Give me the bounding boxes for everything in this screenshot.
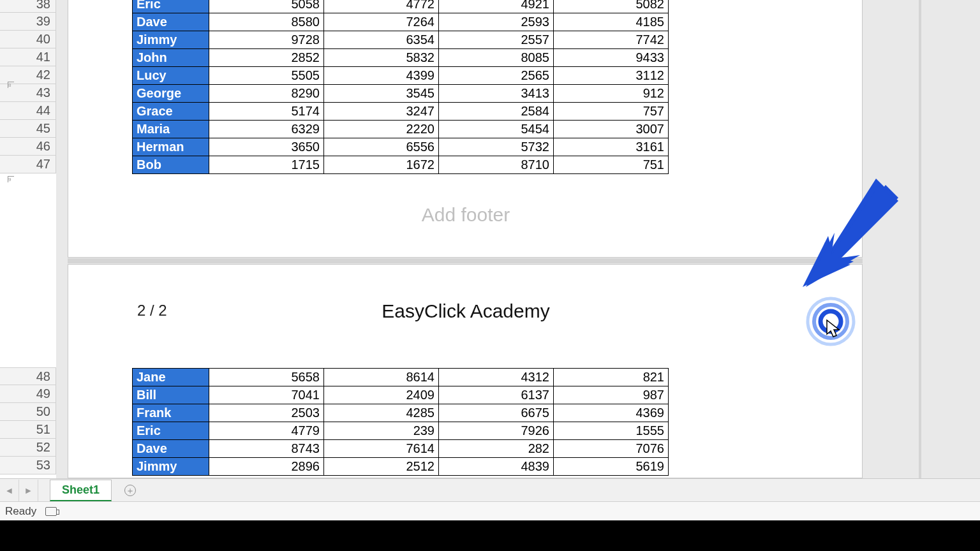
value-cell[interactable]: 2512 [324, 458, 439, 476]
value-cell[interactable]: 4312 [439, 369, 554, 386]
value-cell[interactable]: 2409 [324, 386, 439, 404]
value-cell[interactable]: 8743 [209, 440, 324, 458]
value-cell[interactable]: 4285 [324, 404, 439, 422]
table-row[interactable]: Maria6329222054543007 [133, 121, 669, 138]
value-cell[interactable]: 5082 [554, 0, 669, 13]
value-cell[interactable]: 6137 [439, 386, 554, 404]
name-cell[interactable]: Maria [133, 121, 209, 138]
row-header[interactable]: 45 [0, 120, 56, 138]
name-cell[interactable]: Bill [133, 386, 209, 404]
table-row[interactable]: John2852583280859433 [133, 49, 669, 67]
value-cell[interactable]: 7926 [439, 422, 554, 440]
value-cell[interactable]: 3545 [324, 85, 439, 103]
value-cell[interactable]: 3247 [324, 103, 439, 121]
macro-record-icon[interactable] [45, 507, 57, 516]
row-header[interactable]: 49 [0, 385, 56, 403]
value-cell[interactable]: 239 [324, 422, 439, 440]
table-row[interactable]: Bill704124096137987 [133, 386, 669, 404]
value-cell[interactable]: 6354 [324, 31, 439, 49]
name-cell[interactable]: Grace [133, 103, 209, 121]
add-sheet-button[interactable]: ＋ [119, 480, 141, 501]
value-cell[interactable]: 5174 [209, 103, 324, 121]
name-cell[interactable]: Eric [133, 0, 209, 13]
value-cell[interactable]: 987 [554, 386, 669, 404]
value-cell[interactable]: 1672 [324, 156, 439, 174]
value-cell[interactable]: 2593 [439, 13, 554, 31]
tab-nav-next-button[interactable]: ► [19, 480, 38, 501]
value-cell[interactable]: 9433 [554, 49, 669, 67]
value-cell[interactable]: 2220 [324, 121, 439, 138]
name-cell[interactable]: John [133, 49, 209, 67]
value-cell[interactable]: 757 [554, 103, 669, 121]
value-cell[interactable]: 7742 [554, 31, 669, 49]
value-cell[interactable]: 5832 [324, 49, 439, 67]
name-cell[interactable]: Jane [133, 369, 209, 386]
value-cell[interactable]: 4185 [554, 13, 669, 31]
tab-nav-prev-button[interactable]: ◄ [0, 480, 19, 501]
value-cell[interactable]: 3007 [554, 121, 669, 138]
value-cell[interactable]: 7076 [554, 440, 669, 458]
value-cell[interactable]: 4369 [554, 404, 669, 422]
table-row[interactable]: Dave874376142827076 [133, 440, 669, 458]
row-header[interactable]: 44 [0, 102, 56, 120]
value-cell[interactable]: 8290 [209, 85, 324, 103]
data-table-bottom[interactable]: Jane565886144312821Bill704124096137987Fr… [132, 368, 669, 476]
value-cell[interactable]: 4839 [439, 458, 554, 476]
value-cell[interactable]: 2896 [209, 458, 324, 476]
value-cell[interactable]: 5619 [554, 458, 669, 476]
value-cell[interactable]: 1715 [209, 156, 324, 174]
value-cell[interactable]: 2503 [209, 404, 324, 422]
data-table-top[interactable]: Eric5058477249215082Dave8580726425934185… [132, 0, 669, 174]
table-row[interactable]: Herman3650655657323161 [133, 138, 669, 156]
table-row[interactable]: Grace517432472584757 [133, 103, 669, 121]
table-row[interactable]: George829035453413912 [133, 85, 669, 103]
header-center-title[interactable]: EasyClick Academy [68, 300, 863, 322]
row-header[interactable]: 41 [0, 48, 56, 66]
row-header[interactable]: 53 [0, 457, 56, 474]
row-header[interactable]: 50 [0, 403, 56, 421]
name-cell[interactable]: Eric [133, 422, 209, 440]
value-cell[interactable]: 2584 [439, 103, 554, 121]
value-cell[interactable]: 6329 [209, 121, 324, 138]
value-cell[interactable]: 5505 [209, 67, 324, 85]
value-cell[interactable]: 3650 [209, 138, 324, 156]
name-cell[interactable]: Lucy [133, 67, 209, 85]
value-cell[interactable]: 821 [554, 369, 669, 386]
value-cell[interactable]: 6556 [324, 138, 439, 156]
table-row[interactable]: Jimmy9728635425577742 [133, 31, 669, 49]
value-cell[interactable]: 4772 [324, 0, 439, 13]
value-cell[interactable]: 5658 [209, 369, 324, 386]
value-cell[interactable]: 9728 [209, 31, 324, 49]
value-cell[interactable]: 6675 [439, 404, 554, 422]
value-cell[interactable]: 2557 [439, 31, 554, 49]
row-header[interactable]: 46 [0, 138, 56, 156]
row-header[interactable]: 39 [0, 13, 56, 31]
value-cell[interactable]: 4921 [439, 0, 554, 13]
name-cell[interactable]: Jimmy [133, 31, 209, 49]
table-row[interactable]: Dave8580726425934185 [133, 13, 669, 31]
name-cell[interactable]: George [133, 85, 209, 103]
row-header[interactable]: 48 [0, 367, 56, 385]
table-row[interactable]: Jane565886144312821 [133, 369, 669, 386]
name-cell[interactable]: Bob [133, 156, 209, 174]
value-cell[interactable]: 8710 [439, 156, 554, 174]
value-cell[interactable]: 3112 [554, 67, 669, 85]
name-cell[interactable]: Herman [133, 138, 209, 156]
value-cell[interactable]: 7614 [324, 440, 439, 458]
value-cell[interactable]: 5454 [439, 121, 554, 138]
add-footer-placeholder[interactable]: Add footer [68, 204, 863, 226]
row-header[interactable]: 40 [0, 31, 56, 48]
value-cell[interactable]: 912 [554, 85, 669, 103]
row-header[interactable]: 51 [0, 421, 56, 439]
table-row[interactable]: Jimmy2896251248395619 [133, 458, 669, 476]
value-cell[interactable]: 8614 [324, 369, 439, 386]
name-cell[interactable]: Dave [133, 440, 209, 458]
value-cell[interactable]: 2565 [439, 67, 554, 85]
value-cell[interactable]: 3161 [554, 138, 669, 156]
value-cell[interactable]: 3413 [439, 85, 554, 103]
value-cell[interactable]: 7041 [209, 386, 324, 404]
value-cell[interactable]: 282 [439, 440, 554, 458]
value-cell[interactable]: 5732 [439, 138, 554, 156]
value-cell[interactable]: 7264 [324, 13, 439, 31]
table-row[interactable]: Lucy5505439925653112 [133, 67, 669, 85]
